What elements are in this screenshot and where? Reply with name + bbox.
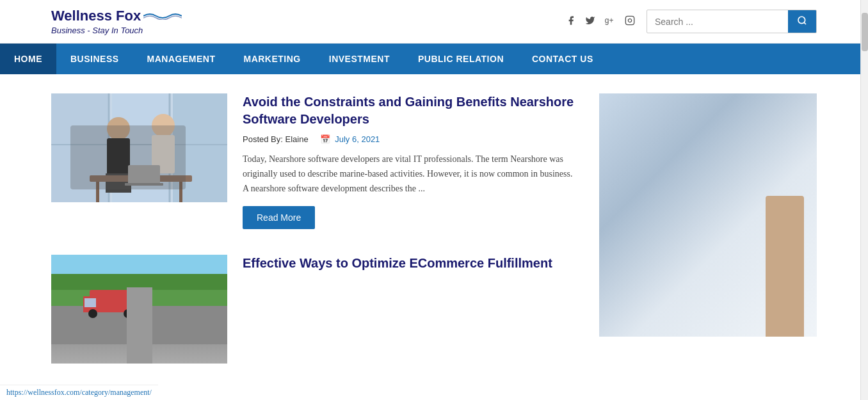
svg-rect-20	[128, 165, 160, 184]
search-button[interactable]	[788, 10, 816, 33]
logo-wave-icon	[143, 12, 182, 20]
svg-point-15	[152, 114, 175, 137]
svg-rect-1	[625, 16, 634, 24]
article-thumbnail-2	[51, 255, 227, 364]
nav-marketing[interactable]: MARKETING	[229, 44, 314, 74]
nav-investment[interactable]: INVESTMENT	[315, 44, 404, 74]
svg-rect-51	[599, 292, 817, 301]
svg-text:g+: g+	[605, 15, 614, 24]
svg-point-32	[124, 309, 133, 318]
svg-rect-34	[599, 93, 817, 337]
svg-rect-35	[695, 93, 817, 337]
logo[interactable]: Wellness Fox Business - Stay In Touch	[51, 8, 182, 35]
office-image	[51, 93, 227, 202]
article-date: 📅 July 6, 2021	[320, 134, 380, 144]
site-tagline: Business - Stay In Touch	[51, 26, 182, 35]
road-image	[51, 255, 227, 344]
svg-rect-7	[112, 93, 170, 202]
nav-business[interactable]: BUSINESS	[56, 44, 133, 74]
calendar-icon: 📅	[320, 134, 330, 144]
nav-contact-us[interactable]: CONTACT US	[518, 44, 607, 74]
svg-text:Activate Windows: Activate Windows	[663, 311, 719, 319]
svg-rect-13	[107, 138, 130, 177]
article-author: Posted By: Elaine	[243, 134, 309, 144]
svg-rect-41	[762, 147, 794, 198]
svg-point-48	[711, 224, 744, 257]
svg-point-40	[762, 116, 794, 148]
article-card: Avoid the Constraints and Gaining Benefi…	[51, 93, 580, 229]
search-box	[647, 10, 817, 33]
svg-rect-19	[179, 182, 182, 202]
svg-rect-18	[96, 182, 99, 202]
svg-point-12	[107, 117, 130, 140]
article-thumbnail	[51, 93, 227, 202]
twitter-icon[interactable]	[585, 15, 595, 28]
svg-rect-6	[51, 93, 109, 202]
social-icons: g+	[566, 15, 635, 29]
svg-rect-30	[84, 298, 96, 307]
article-body: Avoid the Constraints and Gaining Benefi…	[243, 93, 580, 229]
svg-point-46	[639, 216, 675, 252]
article-card-2: Effective Ways to Optimize ECommerce Ful…	[51, 255, 580, 364]
site-name: Wellness Fox	[51, 8, 141, 24]
svg-rect-36	[695, 93, 702, 337]
svg-rect-37	[759, 93, 766, 337]
main-nav: HOME BUSINESS MANAGEMENT MARKETING INVES…	[0, 44, 868, 74]
svg-rect-38	[695, 170, 817, 175]
header-right: g+	[566, 10, 817, 33]
scroll-thumb[interactable]	[862, 13, 868, 51]
sidebar-image: Activate Windows Go to Settings to activ…	[599, 93, 817, 337]
svg-point-31	[88, 309, 97, 318]
svg-rect-39	[695, 247, 817, 252]
svg-rect-25	[51, 306, 227, 344]
svg-rect-45	[772, 149, 791, 189]
svg-text:Go to Settings to activate Win: Go to Settings to activate Windows.	[644, 321, 745, 328]
svg-rect-44	[759, 149, 782, 189]
article-excerpt: Today, Nearshore software developers are…	[243, 152, 580, 196]
svg-rect-26	[131, 309, 147, 314]
svg-point-33	[133, 309, 142, 318]
search-icon	[797, 15, 807, 26]
svg-rect-47	[639, 251, 675, 296]
article-title[interactable]: Avoid the Constraints and Gaining Benefi…	[243, 93, 580, 128]
svg-rect-16	[152, 135, 175, 173]
svg-rect-14	[106, 173, 131, 193]
site-header: Wellness Fox Business - Stay In Touch g+	[0, 0, 868, 44]
instagram-icon[interactable]	[625, 15, 635, 28]
svg-rect-27	[131, 322, 147, 327]
article-body-2: Effective Ways to Optimize ECommerce Ful…	[243, 255, 552, 278]
nav-public-relation[interactable]: PUBLIC RELATION	[404, 44, 518, 74]
article-title-2[interactable]: Effective Ways to Optimize ECommerce Ful…	[243, 255, 552, 272]
svg-rect-43	[776, 196, 791, 273]
nav-management[interactable]: MANAGEMENT	[133, 44, 230, 74]
svg-line-4	[804, 22, 806, 24]
svg-rect-42	[762, 196, 776, 273]
svg-point-3	[798, 17, 805, 24]
googleplus-icon[interactable]: g+	[604, 15, 616, 29]
svg-rect-17	[90, 175, 192, 182]
sidebar: Activate Windows Go to Settings to activ…	[599, 93, 817, 364]
articles-list: Avoid the Constraints and Gaining Benefi…	[51, 93, 580, 364]
read-more-button[interactable]: Read More	[243, 206, 315, 229]
facebook-icon[interactable]	[566, 15, 576, 28]
svg-rect-50	[730, 260, 764, 301]
article-meta: Posted By: Elaine 📅 July 6, 2021	[243, 134, 580, 144]
nav-home[interactable]: HOME	[0, 44, 56, 74]
main-content: Avoid the Constraints and Gaining Benefi…	[0, 74, 868, 383]
featured-image: Activate Windows Go to Settings to activ…	[599, 93, 817, 337]
svg-rect-49	[711, 257, 744, 298]
svg-rect-8	[173, 93, 227, 202]
svg-rect-21	[125, 183, 163, 186]
scrollbar[interactable]	[860, 0, 868, 383]
search-input[interactable]	[647, 12, 788, 32]
